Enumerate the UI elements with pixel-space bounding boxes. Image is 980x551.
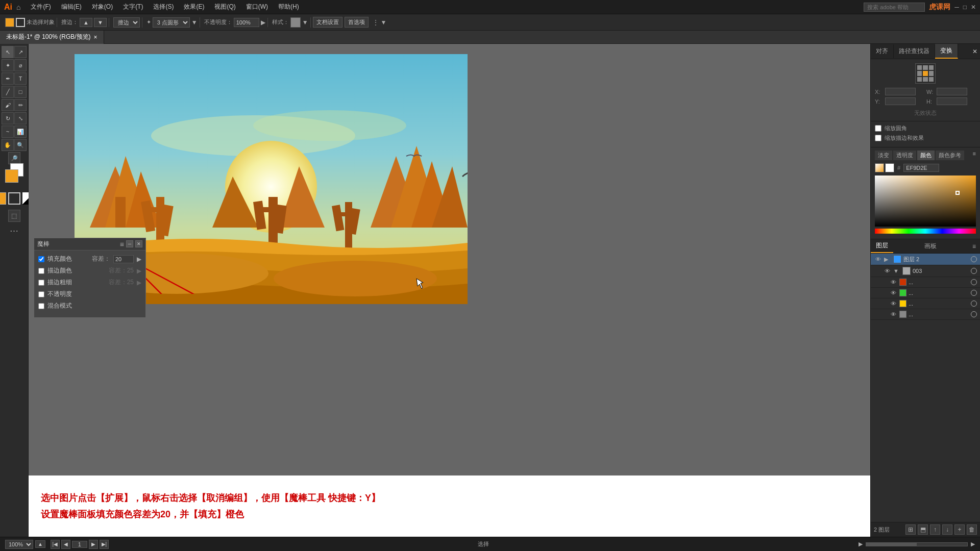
layers-tab-layers[interactable]: 图层	[871, 239, 893, 253]
type-tool[interactable]: T	[14, 72, 27, 85]
layer-yellow-eye[interactable]: 👁	[889, 300, 897, 307]
layer-move-down-btn[interactable]: ↓	[942, 524, 952, 535]
hex-color-input[interactable]: EF9D2E	[903, 164, 939, 172]
line-tool[interactable]: ╱	[2, 86, 14, 98]
pen-tool[interactable]: ✒	[2, 72, 14, 85]
layer-gray-circle[interactable]	[971, 311, 977, 317]
paintbrush-tool[interactable]: 🖌	[2, 99, 14, 111]
menu-select[interactable]: 选择(S)	[149, 2, 178, 12]
document-tab[interactable]: 未标题-1* @ 100% (RGB/预览) ×	[0, 31, 104, 44]
rotate-tool[interactable]: ↻	[2, 112, 14, 124]
menu-window[interactable]: 窗口(W)	[242, 2, 272, 12]
opacity-checkbox[interactable]	[38, 291, 44, 297]
nav-prev-btn[interactable]: ◀	[61, 540, 70, 549]
lasso-tool[interactable]: ⌀	[14, 59, 27, 71]
width-input[interactable]	[937, 88, 967, 95]
menu-text[interactable]: 文字(T)	[119, 2, 147, 12]
color-fg-indicator[interactable]	[875, 163, 884, 172]
tab-color-ref[interactable]: 颜色参考	[936, 151, 964, 160]
layer-003-circle[interactable]	[971, 268, 977, 274]
nav-next-btn[interactable]: ▶	[89, 540, 98, 549]
tab-gradient[interactable]: 淡变	[875, 151, 892, 160]
search-input[interactable]	[864, 3, 925, 12]
layer-collect-btn[interactable]: ⬒	[918, 524, 928, 535]
hue-bar[interactable]	[875, 229, 976, 234]
tab-pathfinder[interactable]: 路径查找器	[894, 44, 935, 58]
style-dropdown[interactable]: ▼	[302, 19, 308, 26]
stroke-color-checkbox[interactable]	[38, 268, 44, 274]
page-number-input[interactable]	[72, 541, 87, 548]
fill-tolerance-input[interactable]	[113, 255, 134, 263]
stroke-up-btn[interactable]: ▲	[80, 18, 92, 27]
fill-color-checkbox[interactable]	[38, 256, 44, 262]
selection-tool[interactable]: ↖	[2, 46, 14, 58]
scale-corners-checkbox[interactable]	[875, 125, 881, 132]
points-dropdown-icon[interactable]: ▼	[191, 19, 198, 26]
scroll-right-btn[interactable]: ▶	[971, 541, 975, 547]
stroke-down-btn[interactable]: ▼	[94, 18, 107, 27]
fill-mode-btn[interactable]	[0, 192, 6, 205]
menu-view[interactable]: 视图(Q)	[210, 2, 239, 12]
magic-wand-close-btn[interactable]: ✕	[135, 240, 142, 247]
layer-red-circle[interactable]	[971, 279, 977, 285]
right-panel-close-icon[interactable]: ✕	[970, 48, 980, 55]
points-select[interactable]: 3 点圆形	[153, 17, 190, 28]
artboard-tool[interactable]: ⬚	[8, 210, 20, 222]
layer-item-red[interactable]: 👁 ...	[871, 277, 980, 288]
layer-red-eye[interactable]: 👁	[889, 279, 897, 285]
color-bg-indicator[interactable]	[885, 163, 894, 172]
layer-item-gray[interactable]: 👁 ...	[871, 309, 980, 320]
stroke-mode-btn[interactable]	[8, 192, 20, 205]
tab-align[interactable]: 对齐	[871, 44, 894, 58]
menu-object[interactable]: 对象(O)	[88, 2, 117, 12]
window-minimize[interactable]: ─	[954, 4, 959, 11]
doc-settings-btn[interactable]: 文档设置	[313, 17, 342, 28]
magic-wand-menu-icon[interactable]: ≡	[120, 240, 124, 248]
blend-mode-checkbox[interactable]	[38, 303, 44, 309]
layers-menu-icon[interactable]: ≡	[968, 241, 980, 252]
pencil-tool[interactable]: ✏	[14, 99, 27, 111]
layer-2-circle[interactable]	[971, 256, 977, 262]
layer-gray-eye[interactable]: 👁	[889, 311, 897, 317]
tool-mode-select[interactable]: 擅边	[113, 17, 140, 28]
opacity-arrow[interactable]: ▶	[261, 19, 265, 26]
nav-first-btn[interactable]: |◀	[51, 540, 60, 549]
menu-file[interactable]: 文件(F)	[27, 2, 55, 12]
height-input[interactable]	[937, 97, 967, 105]
arrange-icon[interactable]: ⋮	[373, 19, 379, 26]
play-btn[interactable]: ▶	[859, 541, 863, 547]
eyedropper-tool[interactable]: ✋	[2, 139, 14, 151]
magic-wand-minimize-btn[interactable]: ─	[126, 240, 133, 247]
layer-yellow-circle[interactable]	[971, 300, 977, 307]
fill-tolerance-arrow[interactable]: ▶	[137, 256, 141, 263]
warp-tool[interactable]: ~	[2, 126, 14, 138]
nav-last-btn[interactable]: ▶|	[100, 540, 109, 549]
zoom-up-btn[interactable]: ▲	[35, 540, 45, 548]
layers-tab-artboard[interactable]: 画板	[919, 240, 942, 253]
magic-wand-tool[interactable]: ✦	[2, 59, 14, 71]
foreground-color-swatch[interactable]	[5, 169, 18, 183]
direct-selection-tool[interactable]: ↗	[14, 46, 27, 58]
scale-tool[interactable]: ⤡	[14, 112, 27, 124]
color-section-menu[interactable]: ≡	[973, 151, 976, 160]
x-input[interactable]	[885, 88, 916, 95]
layer-2-expand[interactable]: ▶	[884, 256, 891, 263]
zoom-tool[interactable]: 🔎	[8, 152, 20, 164]
opacity-input[interactable]	[234, 18, 259, 27]
menu-effect[interactable]: 效果(E)	[180, 2, 208, 12]
fill-color-swatch[interactable]	[5, 18, 14, 27]
home-icon[interactable]: ⌂	[16, 3, 20, 11]
layer-delete-btn[interactable]: 🗑	[967, 524, 977, 535]
window-close[interactable]: ✕	[971, 4, 976, 11]
rect-tool[interactable]: □	[14, 86, 27, 98]
y-input[interactable]	[885, 97, 916, 105]
window-maximize[interactable]: □	[963, 4, 967, 11]
layer-item-group[interactable]: 👁 ▶ 图层 2	[871, 254, 980, 265]
menu-edit[interactable]: 编辑(E)	[57, 2, 86, 12]
chart-tool[interactable]: 📊	[14, 126, 27, 138]
style-swatch[interactable]	[290, 17, 301, 28]
layer-003-expand[interactable]: ▼	[893, 268, 900, 274]
transform-anchor-grid[interactable]	[915, 63, 936, 84]
layer-green-eye[interactable]: 👁	[889, 290, 897, 296]
layer-move-up-btn[interactable]: ↑	[930, 524, 940, 535]
